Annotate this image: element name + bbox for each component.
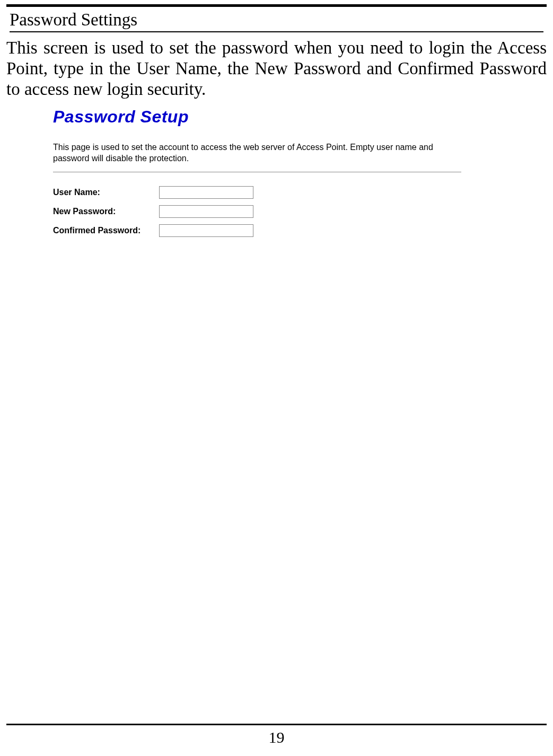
- row-user-name: User Name:: [53, 186, 461, 199]
- row-new-password: New Password:: [53, 205, 461, 218]
- password-form: User Name: New Password: Confirmed Passw…: [53, 186, 461, 237]
- input-new-password[interactable]: [159, 205, 253, 218]
- panel-title: Password Setup: [53, 107, 461, 127]
- panel-description: This page is used to set the account to …: [53, 142, 461, 172]
- intro-paragraph: This screen is used to set the password …: [6, 38, 547, 100]
- page-number: 19: [0, 728, 553, 746]
- password-setup-panel: Password Setup This page is used to set …: [53, 107, 461, 237]
- label-confirmed-password: Confirmed Password:: [53, 226, 159, 235]
- input-confirmed-password[interactable]: [159, 224, 253, 237]
- input-user-name[interactable]: [159, 186, 253, 199]
- section-heading: Password Settings: [10, 10, 543, 32]
- top-horizontal-rule: [6, 4, 547, 7]
- label-new-password: New Password:: [53, 207, 159, 216]
- row-confirmed-password: Confirmed Password:: [53, 224, 461, 237]
- bottom-horizontal-rule: [6, 724, 547, 725]
- label-user-name: User Name:: [53, 188, 159, 197]
